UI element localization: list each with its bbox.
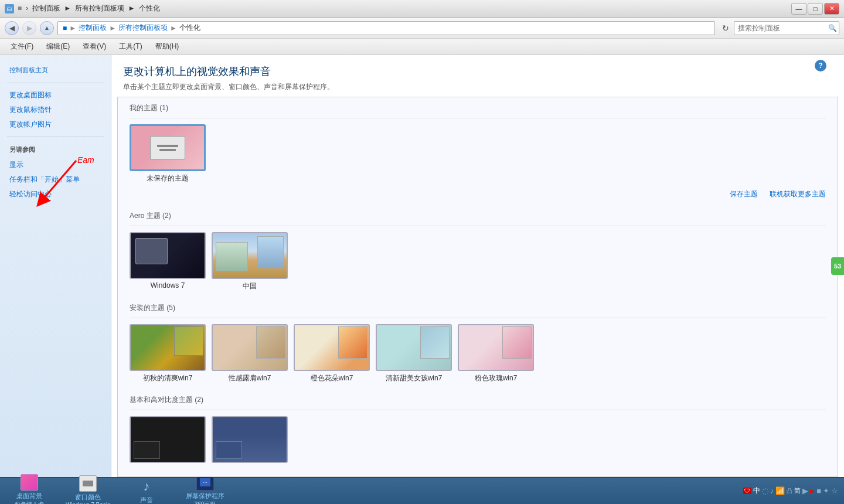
window-icon: 🗂 — [5, 4, 14, 13]
menu-file[interactable]: 文件(F) — [5, 39, 39, 54]
close-button[interactable]: ✕ — [824, 3, 839, 15]
title-bar-controls[interactable]: — □ ✕ — [791, 3, 839, 15]
theme-sexy[interactable]: 性感露肩win7 — [212, 324, 288, 383]
path-personalization: 个性化 — [179, 23, 200, 33]
theme-orange-flower[interactable]: 橙色花朵win7 — [294, 324, 370, 383]
theme-china-name: 中国 — [243, 281, 257, 291]
search-icon[interactable]: 🔍 — [828, 24, 837, 32]
path-all-items2[interactable]: 所有控制面板项 — [118, 23, 168, 33]
tray-audio: ♪ — [770, 486, 774, 495]
theme-pink-rose-thumbnail[interactable] — [458, 324, 534, 371]
forward-button[interactable]: ▶ — [22, 21, 36, 35]
theme-sexy-name: 性感露肩win7 — [229, 373, 271, 383]
theme-china-thumbnail[interactable] — [212, 232, 288, 279]
menu-edit[interactable]: 编辑(E) — [40, 39, 76, 54]
title-bar-path: ■ › 控制面板 ► 所有控制面板项 ► 个性化 — [18, 4, 160, 13]
sidebar-home: 控制面板主页 — [0, 62, 111, 78]
sidebar-link-display[interactable]: 显示 — [0, 158, 111, 172]
theme-basic-2[interactable] — [212, 416, 288, 463]
back-button[interactable]: ◀ — [5, 21, 19, 35]
address-bar-right: ↻ 🔍 — [719, 21, 839, 35]
win7-glass — [135, 238, 168, 264]
thumb-inner — [150, 136, 185, 159]
installed-themes-label: 安装的主题 (5) — [130, 297, 826, 318]
theme-win7-name: Windows 7 — [151, 281, 185, 290]
green-badge[interactable]: 53 — [831, 257, 844, 275]
menu-help[interactable]: 帮助(H) — [149, 39, 185, 54]
basic1-overlay — [134, 441, 160, 459]
theme-china[interactable]: 中国 — [212, 232, 288, 291]
get-more-themes-link[interactable]: 联机获取更多主题 — [770, 189, 826, 199]
theme-pink-rose[interactable]: 粉色玫瑰win7 — [458, 324, 534, 383]
theme-windows7[interactable]: Windows 7 — [130, 232, 206, 291]
save-link-row: 保存主题 联机获取更多主题 — [130, 189, 826, 199]
installed-themes-grid: 初秋的清爽win7 性感露肩win7 橙色花朵win7 — [130, 324, 826, 383]
taskbar-area: 桌面背景 粉色情人卡 窗口颜色 Windows 7 Basic ♪ 声音 ⋯ 屏… — [0, 477, 844, 504]
china-thumb-main — [216, 242, 248, 271]
sound-icon: ♪ — [137, 477, 156, 496]
theme-sexy-thumbnail[interactable] — [212, 324, 288, 371]
thumb-line-2 — [159, 149, 176, 151]
theme-unsaved[interactable]: 未保存的主题 — [130, 124, 206, 183]
bottom-sound[interactable]: ♪ 声音 — [123, 477, 170, 504]
tray-icons-row: 🛡 中 ◌ ♪ 📶 凸 简 ▶ ▶ ■ ✦ ☆ — [743, 486, 838, 496]
sidebar-link-accessibility[interactable]: 轻松访问中心 — [0, 187, 111, 202]
tray-settings-3: ☆ — [831, 486, 838, 495]
theme-win7-thumbnail[interactable] — [130, 232, 206, 279]
theme-basic1-thumbnail[interactable] — [130, 416, 206, 463]
tray-youtube: ▶ — [810, 488, 815, 494]
title-bar-left: 🗂 ■ › 控制面板 ► 所有控制面板项 ► 个性化 — [5, 4, 160, 13]
theme-sweet-girl[interactable]: 清新甜美女孩win7 — [376, 324, 452, 383]
my-themes-label: 我的主题 (1) — [130, 97, 826, 118]
maximize-button[interactable]: □ — [808, 3, 823, 15]
path-control-panel[interactable]: ■ — [63, 24, 67, 32]
up-button[interactable]: ▲ — [40, 21, 54, 35]
theme-orange-flower-thumbnail[interactable] — [294, 324, 370, 371]
basic-themes-label: 基本和高对比度主题 (2) — [130, 389, 826, 410]
search-input[interactable] — [734, 21, 839, 35]
tray-input-zh[interactable]: 中 — [753, 486, 760, 496]
screensaver-label: 屏幕保护程序 — [186, 492, 224, 500]
menu-tools[interactable]: 工具(T) — [113, 39, 148, 54]
theme-orange-flower-name: 橙色花朵win7 — [311, 373, 353, 383]
bottom-desktop-bg[interactable]: 桌面背景 粉色情人卡 — [6, 473, 53, 504]
help-icon[interactable]: ? — [815, 60, 826, 71]
bottom-screensaver[interactable]: ⋯ 屏幕保护程序 360画报 — [182, 473, 229, 504]
sidebar-link-account-pic[interactable]: 更改帐户图片 — [0, 117, 111, 132]
address-path-bar[interactable]: ■ ► 控制面板 ► 所有控制面板项 ► 个性化 — [57, 21, 715, 35]
sidebar-link-desktop-icons[interactable]: 更改桌面图标 — [0, 88, 111, 103]
window-color-icon — [79, 474, 97, 493]
refresh-button[interactable]: ↻ — [719, 21, 733, 35]
rose-overlay — [502, 326, 532, 359]
basic-themes-grid — [130, 416, 826, 463]
content-area: ? 更改计算机上的视觉效果和声音 单击某个主题立即更改桌面背景、窗口颜色、声音和… — [111, 55, 844, 477]
theme-unsaved-thumbnail[interactable] — [130, 124, 206, 171]
desktop-bg-label: 桌面背景 — [16, 492, 42, 500]
tray-360-icon: 🛡 — [743, 488, 751, 494]
theme-sweet-girl-name: 清新甜美女孩win7 — [386, 373, 443, 383]
bottom-window-color[interactable]: 窗口颜色 Windows 7 Basic — [64, 474, 111, 505]
menu-view[interactable]: 查看(V) — [77, 39, 112, 54]
my-themes-grid: 未保存的主题 — [130, 124, 826, 183]
theme-sweet-girl-thumbnail[interactable] — [376, 324, 452, 371]
path-all-items[interactable]: 控制面板 — [79, 23, 107, 33]
save-theme-link[interactable]: 保存主题 — [730, 189, 758, 199]
sexy-overlay — [256, 326, 285, 359]
themes-scroll-area[interactable]: 我的主题 (1) 未保存的主题 保存主题 联机获取更多主题 — [118, 97, 838, 476]
theme-autumn-thumbnail[interactable] — [130, 324, 206, 371]
sweet-overlay — [420, 326, 450, 359]
theme-basic2-thumbnail[interactable] — [212, 416, 288, 463]
minimize-button[interactable]: — — [791, 3, 806, 15]
system-tray: 🛡 中 ◌ ♪ 📶 凸 简 ▶ ▶ ■ ✦ ☆ — [743, 486, 838, 496]
thumb-line-1 — [157, 145, 178, 147]
tray-network: 📶 — [775, 486, 785, 495]
content-title: 更改计算机上的视觉效果和声音 — [123, 64, 832, 79]
sidebar-link-mouse-pointer[interactable]: 更改鼠标指针 — [0, 103, 111, 117]
tray-lang-simple[interactable]: 简 — [794, 486, 801, 495]
theme-basic-1[interactable] — [130, 416, 206, 463]
theme-autumn[interactable]: 初秋的清爽win7 — [130, 324, 206, 383]
sidebar-divider-2 — [7, 137, 104, 137]
sidebar-also-see: 另请参阅 — [0, 142, 111, 158]
title-bar: 🗂 ■ › 控制面板 ► 所有控制面板项 ► 个性化 — □ ✕ — [0, 0, 844, 18]
sidebar-link-taskbar[interactable]: 任务栏和「开始」菜单 — [0, 172, 111, 187]
